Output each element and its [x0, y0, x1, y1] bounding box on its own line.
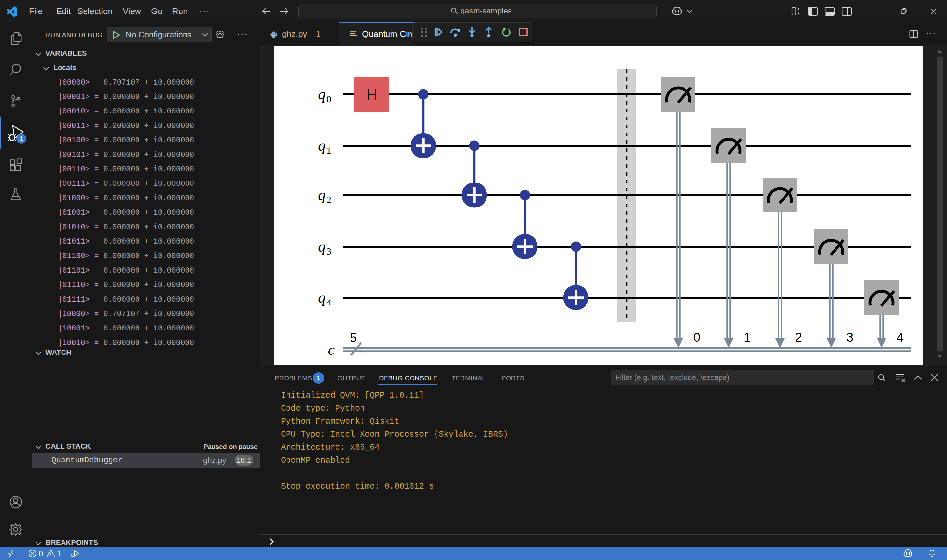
svg-text:c: c: [328, 342, 334, 358]
svg-text:3: 3: [846, 331, 853, 344]
svg-text:0: 0: [693, 331, 700, 344]
svg-text:q: q: [318, 289, 326, 306]
svg-text:q: q: [318, 86, 326, 103]
svg-text:1: 1: [744, 331, 751, 344]
svg-text:1: 1: [326, 145, 331, 155]
svg-text:3: 3: [326, 246, 331, 257]
svg-text:2: 2: [795, 331, 802, 344]
svg-text:q: q: [318, 238, 326, 255]
svg-text:4: 4: [326, 297, 331, 308]
svg-text:2: 2: [326, 194, 331, 205]
svg-text:4: 4: [897, 331, 904, 344]
svg-text:q: q: [318, 137, 326, 154]
svg-text:5: 5: [350, 331, 357, 345]
svg-text:H: H: [367, 86, 377, 103]
svg-text:q: q: [318, 186, 326, 203]
svg-text:0: 0: [326, 93, 331, 104]
